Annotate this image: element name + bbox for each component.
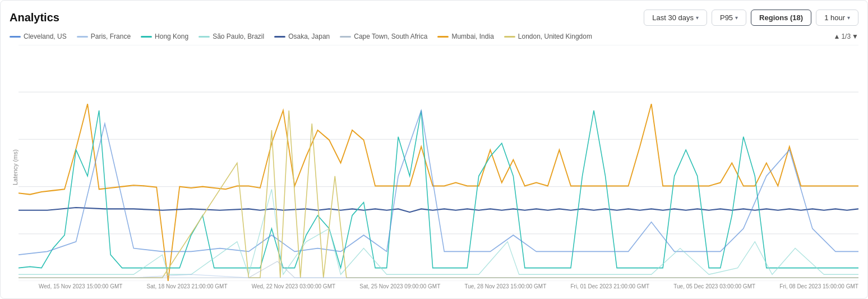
legend-item: Mumbai, India (437, 33, 493, 40)
time-range-button[interactable]: Last 30 days ▾ (644, 10, 707, 26)
analytics-container: Analytics Last 30 days ▾ P95 ▾ Regions (… (0, 0, 868, 299)
legend-label: Paris, France (91, 33, 131, 40)
legend-label: Cape Town, South Africa (354, 33, 427, 40)
legend-color (437, 36, 449, 38)
chart-legend: Cleveland, USParis, FranceHong KongSão P… (10, 33, 858, 40)
legend-label: Mumbai, India (451, 33, 493, 40)
chevron-down-icon: ▾ (847, 15, 850, 21)
interval-button[interactable]: 1 hour ▾ (816, 10, 858, 26)
legend-item: Cape Town, South Africa (340, 33, 427, 40)
chart-inner: 2K 1.5K 1K 500 0 (19, 45, 858, 289)
legend-label: Hong Kong (155, 33, 188, 40)
chevron-down-icon: ▾ (696, 15, 699, 21)
x-tick: Sat, 18 Nov 2023 21:00:00 GMT (147, 283, 228, 289)
x-tick: Wed, 15 Nov 2023 15:00:00 GMT (39, 283, 122, 289)
legend-page: 1/3 (841, 33, 851, 40)
legend-item: London, United Kingdom (504, 33, 592, 40)
legend-label: Osaka, Japan (288, 33, 330, 40)
regions-button[interactable]: Regions (18) (751, 10, 811, 26)
legend-item: Osaka, Japan (274, 33, 330, 40)
chart-svg: 2K 1.5K 1K 500 0 (19, 45, 858, 281)
x-tick: Wed, 22 Nov 2023 03:00:00 GMT (252, 283, 335, 289)
nav-down-icon[interactable]: ▼ (852, 33, 858, 40)
x-tick: Tue, 28 Nov 2023 15:00:00 GMT (464, 283, 546, 289)
legend-item: São Paulo, Brazil (198, 33, 264, 40)
legend-nav: ▲1/3▼ (834, 33, 858, 40)
x-tick: Fri, 01 Dec 2023 21:00:00 GMT (570, 283, 649, 289)
legend-color (340, 36, 351, 38)
legend-item: Cleveland, US (10, 33, 67, 40)
legend-color (10, 36, 21, 38)
legend-color (198, 36, 210, 38)
percentile-button[interactable]: P95 ▾ (712, 10, 746, 26)
legend-label: São Paulo, Brazil (213, 33, 264, 40)
chart-canvas: 2K 1.5K 1K 500 0 (19, 45, 858, 281)
legend-color (504, 36, 515, 38)
x-tick: Sat, 25 Nov 2023 09:00:00 GMT (359, 283, 440, 289)
x-tick: Fri, 08 Dec 2023 15:00:00 GMT (779, 283, 858, 289)
page-title: Analytics (10, 11, 59, 24)
controls-group: Last 30 days ▾ P95 ▾ Regions (18) 1 hour… (644, 10, 858, 26)
legend-item: Paris, France (77, 33, 131, 40)
x-axis: Wed, 15 Nov 2023 15:00:00 GMTSat, 18 Nov… (19, 281, 858, 289)
legend-color (141, 36, 152, 38)
legend-color (77, 36, 88, 38)
chevron-down-icon: ▾ (735, 15, 738, 21)
legend-label: London, United Kingdom (518, 33, 592, 40)
legend-item: Hong Kong (141, 33, 188, 40)
y-axis-label: Latency (ms) (10, 45, 19, 289)
header: Analytics Last 30 days ▾ P95 ▾ Regions (… (10, 10, 858, 26)
nav-up-icon[interactable]: ▲ (834, 33, 841, 40)
x-tick: Tue, 05 Dec 2023 03:00:00 GMT (673, 283, 755, 289)
legend-color (274, 36, 285, 38)
legend-label: Cleveland, US (24, 33, 67, 40)
chart-area: Latency (ms) 2K 1.5K 1K 500 0 (10, 45, 858, 289)
